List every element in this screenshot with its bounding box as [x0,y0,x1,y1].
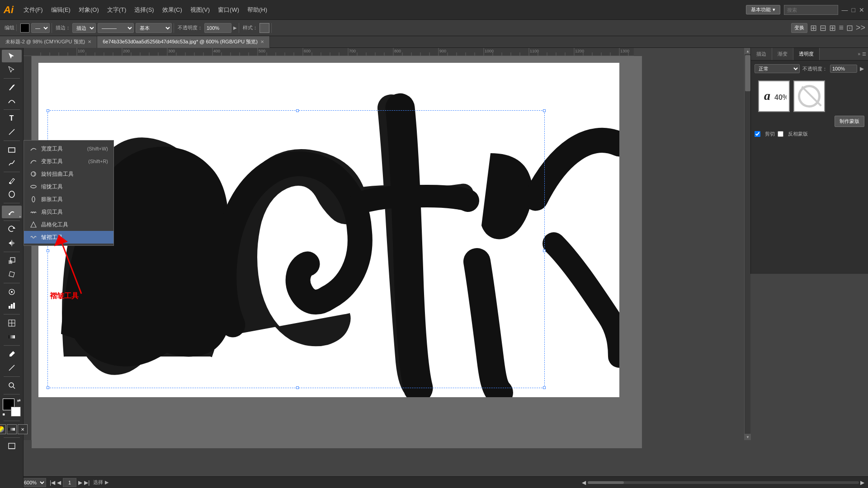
menu-type[interactable]: 文字(T) [104,4,130,16]
align-icon[interactable]: ⊞ [810,23,817,33]
background-color[interactable] [11,407,21,417]
menu-edit[interactable]: 编辑(E) [47,4,74,16]
stroke-style[interactable]: 基本 [136,23,172,33]
minimize-btn[interactable]: — [842,6,848,14]
tool-zoom[interactable] [2,379,22,392]
menu-effect[interactable]: 效果(C) [159,4,186,16]
opacity-arrow[interactable]: ▶ [233,25,237,30]
canvas-area[interactable] [32,56,642,448]
invert-checkbox[interactable] [778,131,783,137]
clip-row: 剪切 反相蒙版 [755,131,864,137]
tool-pencil[interactable] [2,157,22,169]
gradient-mode-btn[interactable] [7,424,17,434]
tool-liquify[interactable]: ▶ [2,206,22,218]
arrange-icon[interactable]: ≡ [839,23,844,33]
make-mask-btn[interactable]: 制作蒙版 [835,116,864,127]
flyout-item-0[interactable]: 宽度工具 (Shift+W) [24,142,113,155]
tool-mesh[interactable] [2,317,22,329]
workspace-selector[interactable]: 基本功能 ▾ [746,5,780,14]
opacity-panel-arrow[interactable]: ▶ [860,66,864,72]
vscroll-down-btn[interactable]: ▼ [745,434,751,440]
tool-direct-select[interactable] [2,63,22,76]
flyout-item-7[interactable]: 皱褶工具 [24,231,113,244]
fill-color-swatch[interactable] [20,23,29,33]
vscrollbar[interactable]: ▲ ▼ [744,48,750,440]
tool-type[interactable]: T [2,112,22,125]
first-page-btn[interactable]: |◀ [50,479,55,486]
tab-close-0[interactable]: ✕ [88,39,91,44]
tool-rect[interactable] [2,143,22,156]
scallop-tool-icon [29,208,38,216]
mask-thumbnail[interactable] [793,80,825,112]
tool-paintbrush[interactable] [2,174,22,187]
tool-free-transform[interactable] [2,268,22,281]
flyout-item-3[interactable]: 缩拢工具 [24,180,113,193]
status-next-btn[interactable]: ▶ [860,479,864,486]
clip-checkbox[interactable] [755,131,760,137]
tool-column-graph[interactable] [2,299,22,312]
tool-select[interactable] [2,50,22,62]
last-page-btn[interactable]: ▶| [84,479,90,486]
rpanel-tab-transparency[interactable]: 透明度 [793,48,820,60]
zoom-select[interactable]: 600% [20,478,46,487]
stroke-select[interactable]: 描边 [72,23,96,33]
page-input[interactable] [63,478,76,487]
more-icon[interactable]: >> [856,23,865,33]
tool-rotate[interactable] [2,223,22,236]
panel-expand-btn[interactable]: » [858,52,860,56]
style-swatch[interactable] [259,23,269,33]
menu-object[interactable]: 对象(O) [75,4,103,16]
horizontal-scrollbar[interactable] [588,481,859,484]
tool-line[interactable] [2,126,22,138]
tool-symbol[interactable] [2,286,22,298]
tab-1[interactable]: 6e74b33e53d0aa5d5256b47d49dc53a.jpg* @ 6… [97,36,270,48]
tool-blob-brush[interactable] [2,188,22,201]
flyout-item-2[interactable]: 旋转扭曲工具 [24,168,113,180]
tool-eyedropper[interactable] [2,348,22,361]
flyout-item-5[interactable]: 扇贝工具 [24,206,113,218]
change-screen-mode[interactable] [2,440,22,453]
blend-mode-select[interactable]: 正常 [755,64,800,73]
flyout-item-1[interactable]: 变形工具 (Shift+R) [24,155,113,168]
tool-reflect[interactable] [2,237,22,249]
tool-curvature[interactable] [2,94,22,107]
tool-scale[interactable] [2,254,22,267]
vscroll-up-btn[interactable]: ▲ [745,48,751,54]
tool-gradient[interactable] [2,330,22,343]
align2-icon[interactable]: ⊟ [820,23,826,33]
search-input[interactable] [784,5,838,15]
layer-thumbnail[interactable]: a 40% [758,80,790,112]
color-mode-btn[interactable] [0,424,6,434]
menu-file[interactable]: 文件(F) [20,4,47,16]
flyout-item-6[interactable]: 晶格化工具 [24,218,113,231]
tool-pen[interactable] [2,81,22,94]
tool-measure[interactable] [2,361,22,374]
menu-view[interactable]: 视图(V) [187,4,213,16]
menu-select[interactable]: 选择(S) [131,4,157,16]
default-colors[interactable]: ■ [3,413,5,417]
next-page-btn[interactable]: ▶ [78,479,82,486]
transform-btn[interactable]: 变换 [791,23,807,33]
rpanel-tab-gradient[interactable]: 渐变 [772,48,793,60]
prev-page-btn[interactable]: ◀ [57,479,61,486]
clip-label: 剪切 [765,131,775,137]
maximize-btn[interactable]: □ [852,6,855,14]
flyout-item-4[interactable]: 膨胀工具 [24,193,113,206]
none-mode-btn[interactable]: ✕ [18,424,28,434]
opacity-input[interactable] [204,23,231,33]
vscroll-thumb[interactable] [745,55,750,91]
opacity-panel-input[interactable] [830,65,857,73]
panel-menu-btn[interactable]: ☰ [862,52,866,56]
rpanel-tab-stroke[interactable]: 描边 [751,48,772,60]
stroke-profile[interactable]: ——— [98,23,134,33]
tab-0[interactable]: 未标题-2 @ 98% (CMYK/GPU 预览) ✕ [0,36,97,48]
fill-select[interactable]: — [31,23,50,33]
status-prev-btn[interactable]: ◀ [582,479,586,486]
align3-icon[interactable]: ⊞ [829,23,836,33]
tab-close-1[interactable]: ✕ [260,39,264,44]
menu-window[interactable]: 窗口(W) [214,4,243,16]
close-btn[interactable]: ✕ [859,6,864,14]
distribute-icon[interactable]: ⊡ [846,23,853,33]
menu-help[interactable]: 帮助(H) [244,4,271,16]
swap-colors[interactable]: ⇄ [17,399,21,403]
